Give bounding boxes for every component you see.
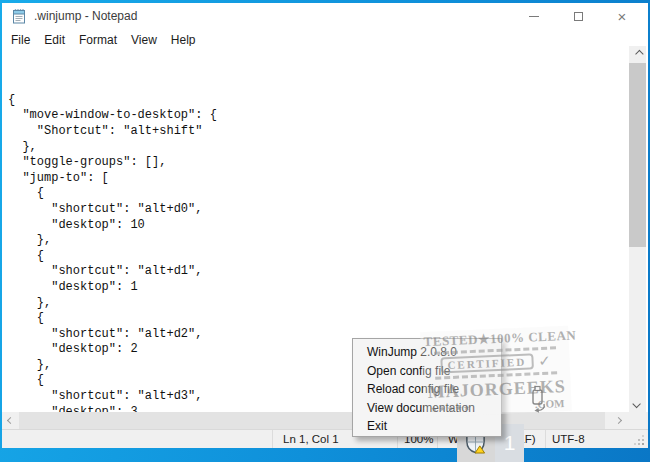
code-line: { <box>8 93 217 109</box>
chevron-right-icon <box>615 417 622 424</box>
encoding: UTF-8 <box>552 433 585 445</box>
scroll-right-button[interactable] <box>610 412 627 429</box>
code-line: { <box>8 373 217 389</box>
code-line: "shortcut": "alt+d3", <box>8 389 217 405</box>
scroll-down-button[interactable] <box>629 396 646 412</box>
chevron-left-icon <box>7 417 14 424</box>
code-line: "desktop": 10 <box>8 218 217 234</box>
winjump-context-menu: WinJump 2.0.8.0Open config fileReload co… <box>352 338 502 437</box>
code-line: }, <box>8 233 217 249</box>
code-line: "shortcut": "alt+d2", <box>8 327 217 343</box>
scroll-up-button[interactable] <box>629 46 646 62</box>
code-line: "desktop": 2 <box>8 342 217 358</box>
document-text: { "move-window-to-desktop": { "Shortcut"… <box>8 46 217 412</box>
close-button[interactable]: × <box>600 3 644 30</box>
code-line: { <box>8 249 217 265</box>
title-bar[interactable]: .winjump - Notepad × <box>2 3 648 30</box>
status-separator <box>545 430 546 448</box>
code-line: "shortcut": "alt+d1", <box>8 264 217 280</box>
status-separator <box>272 430 273 448</box>
chevron-up-icon <box>635 50 643 58</box>
vertical-scroll-thumb[interactable] <box>629 63 646 247</box>
desktop-number: 1 <box>504 431 516 455</box>
context-menu-item[interactable]: Open config file <box>353 362 501 381</box>
code-line: "desktop": 1 <box>8 280 217 296</box>
vertical-scrollbar[interactable] <box>629 46 646 412</box>
context-menu-item[interactable]: Exit <box>353 417 501 436</box>
maximize-icon <box>574 12 583 21</box>
desktop: .winjump - Notepad × FileEditFormatViewH… <box>0 0 650 462</box>
minimize-button[interactable] <box>512 3 556 30</box>
notepad-icon <box>11 8 27 24</box>
minimize-icon <box>529 16 539 17</box>
code-line: "jump-to": [ <box>8 171 217 187</box>
code-line: "move-window-to-desktop": { <box>8 108 217 124</box>
scrollbar-corner <box>627 412 646 429</box>
context-menu-item[interactable]: View documentation <box>353 399 501 418</box>
code-line: "Shortcut": "alt+shift" <box>8 124 217 140</box>
text-editor[interactable]: { "move-window-to-desktop": { "Shortcut"… <box>2 46 648 412</box>
cursor-position: Ln 1, Col 1 <box>283 433 339 445</box>
context-menu-item[interactable]: WinJump 2.0.8.0 <box>353 343 501 362</box>
scroll-left-button[interactable] <box>2 412 19 429</box>
code-line: { <box>8 186 217 202</box>
chevron-down-icon <box>632 400 640 408</box>
maximize-button[interactable] <box>556 3 600 30</box>
resize-grip-icon[interactable] <box>634 435 644 445</box>
code-line: "desktop": 3 <box>8 405 217 412</box>
horizontal-scrollbar[interactable] <box>2 412 648 429</box>
context-menu-item[interactable]: Reload config file <box>353 380 501 399</box>
usb-drive-icon <box>527 385 549 418</box>
code-line: { <box>8 311 217 327</box>
code-line: }, <box>8 140 217 156</box>
close-icon: × <box>618 9 627 24</box>
code-line: }, <box>8 296 217 312</box>
notepad-window: .winjump - Notepad × FileEditFormatViewH… <box>2 3 648 448</box>
code-line: }, <box>8 358 217 374</box>
code-line: "toggle-groups": [], <box>8 155 217 171</box>
window-controls: × <box>512 3 644 30</box>
window-title: .winjump - Notepad <box>34 9 137 23</box>
status-bar: Ln 1, Col 1 100% Windows (CRLF) UTF-8 <box>2 429 648 448</box>
code-line: "shortcut": "alt+d0", <box>8 202 217 218</box>
